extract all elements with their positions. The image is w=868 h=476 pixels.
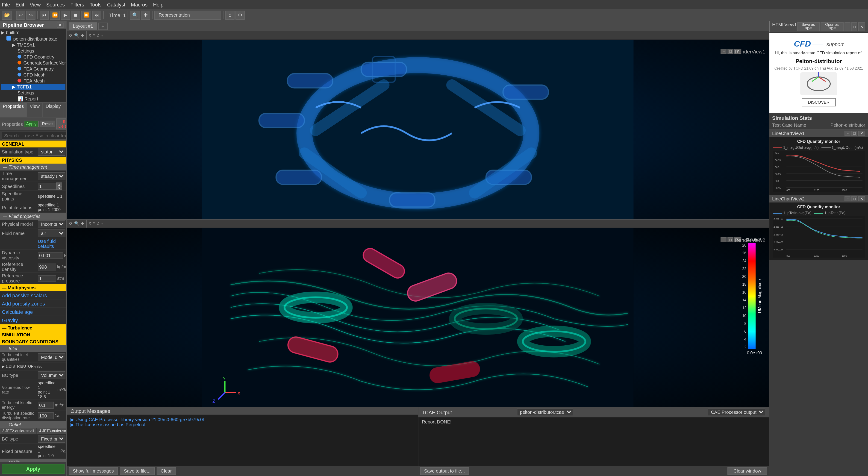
tke-input[interactable]	[38, 402, 54, 409]
tab-view[interactable]: View	[27, 103, 43, 117]
zoom-btn[interactable]: 🔍	[130, 10, 140, 20]
tree-tmesh[interactable]: ▶ TMESh1	[1, 42, 65, 48]
html-min-btn[interactable]: −	[845, 22, 850, 31]
tree-cfd-mesh[interactable]: CFD Mesh	[1, 72, 65, 78]
menu-filters[interactable]: Filters	[70, 2, 84, 7]
tcae-file-select[interactable]: pelton-distributor.tcae	[517, 408, 573, 416]
tab-properties[interactable]: Properties	[0, 103, 27, 117]
tab-information[interactable]: Information	[64, 103, 66, 117]
menu-edit[interactable]: Edit	[16, 2, 24, 7]
undo-btn[interactable]: ↩	[16, 10, 25, 20]
rv2-x-btn[interactable]: X	[88, 221, 92, 226]
tree-quantities[interactable]: Quantities	[1, 102, 65, 102]
lc1-max-btn[interactable]: □	[851, 131, 858, 136]
clear-window-btn[interactable]: Clear window	[727, 467, 767, 475]
settings-btn[interactable]: ⚙	[236, 10, 245, 20]
physical-model-select[interactable]: Incompressible	[38, 220, 65, 228]
speedlines-input[interactable]	[38, 183, 56, 190]
stop-btn[interactable]: ⏹	[71, 10, 80, 20]
html-open-pdf-btn[interactable]: Open as PDF	[820, 22, 844, 31]
simulation-type-select[interactable]: stator	[38, 148, 65, 156]
tree-settings2[interactable]: Settings	[1, 90, 65, 96]
menu-macros[interactable]: Macros	[131, 2, 148, 7]
bc-tab-jet2[interactable]: 3.JET2-outlet-small	[0, 428, 36, 434]
fluid-name-select[interactable]: air	[38, 229, 65, 237]
output-msg-2[interactable]: ▶ The license is issued as Perpetual	[70, 422, 414, 427]
layout-tab-1[interactable]: Layout #1	[69, 22, 97, 30]
redo-btn[interactable]: ↪	[26, 10, 35, 20]
output-msg-1[interactable]: ▶ Using CAE Processor library version 21…	[70, 417, 414, 422]
rv1-reset-btn[interactable]: ⟳	[69, 33, 73, 37]
lc1-close-btn[interactable]: ✕	[858, 131, 865, 136]
rv2-max-btn[interactable]: □	[727, 237, 734, 242]
passive-scalars-link[interactable]: Add passive scalars	[0, 292, 66, 298]
rv2-reset-btn[interactable]: ⟳	[69, 221, 73, 226]
tree-tcfd1[interactable]: ▶ TCFD1	[1, 84, 65, 90]
speedlines-down-btn[interactable]: ▼	[56, 186, 62, 190]
tcae-processor-select[interactable]: CAE Processor output	[708, 408, 765, 416]
add-layout-btn[interactable]: +	[98, 22, 108, 30]
apply-button[interactable]: Apply	[2, 464, 64, 474]
rv1-home-btn[interactable]: ⌂	[100, 33, 104, 37]
lc2-max-btn[interactable]: □	[851, 196, 858, 201]
lc2-close-btn[interactable]: ✕	[858, 196, 865, 201]
use-fluid-defaults-link[interactable]: Use fluid defaults	[37, 238, 66, 249]
tree-builtin[interactable]: ▶ builtin:	[1, 30, 65, 35]
distributor-tab[interactable]: ▶ 1.DISTRIBUTOR-inlet	[0, 364, 43, 369]
html-close-btn[interactable]: ✕	[858, 22, 865, 31]
tree-gen-normals[interactable]: GenerateSurfaceNormals2	[1, 60, 65, 66]
rv1-max-btn[interactable]: □	[727, 49, 734, 54]
reset-btn[interactable]: Reset	[40, 121, 55, 127]
pipeline-close-btn[interactable]: ✕	[57, 22, 64, 27]
render-view-2-viz[interactable]: X Y Z 3.0e+01 28 26 24	[67, 228, 769, 407]
html-save-pdf-btn[interactable]: Save as PDF	[797, 22, 819, 31]
tree-pelton[interactable]: pelton-distributor.tcae	[1, 35, 65, 42]
time-management-select[interactable]: steady state	[38, 172, 65, 180]
first-frame-btn[interactable]: ⏮	[40, 10, 49, 20]
prop-search-input[interactable]	[2, 132, 66, 139]
outlet-bc-type-select[interactable]: Fixed pressure	[38, 435, 65, 443]
apply-small-btn[interactable]: Apply	[24, 121, 39, 127]
show-full-messages-btn[interactable]: Show full messages	[69, 467, 118, 475]
calculate-age-link[interactable]: Calculate age	[0, 309, 66, 315]
bc-type-select[interactable]: Volumetric flow rate	[38, 371, 65, 379]
html-max-btn[interactable]: □	[851, 22, 858, 31]
menu-sources[interactable]: Sources	[46, 2, 65, 7]
save-to-file-btn[interactable]: Save to file...	[120, 467, 155, 475]
lc1-min-btn[interactable]: −	[845, 131, 850, 136]
speedlines-up-btn[interactable]: ▲	[56, 183, 62, 186]
tree-fea-mesh[interactable]: FEA Mesh	[1, 78, 65, 84]
lc2-min-btn[interactable]: −	[845, 196, 850, 201]
tree-fea-geo[interactable]: FEA Geometry	[1, 66, 65, 72]
menu-catalyst[interactable]: Catalyst	[107, 2, 125, 7]
select-btn[interactable]: ✚	[141, 10, 150, 20]
menu-tools[interactable]: Tools	[90, 2, 101, 7]
rv1-y-btn[interactable]: Y	[92, 33, 96, 37]
rv1-min-btn[interactable]: −	[721, 49, 726, 54]
reset-camera-btn[interactable]: ⌂	[225, 10, 235, 20]
reference-density-input[interactable]	[38, 263, 56, 270]
render-view-1-viz[interactable]: RenderView1 − □ ✕	[67, 40, 769, 220]
tsd-input[interactable]	[38, 412, 54, 419]
bc-tab-jet3[interactable]: 4.JET3-outlet-small	[37, 428, 66, 434]
menu-file[interactable]: File	[2, 2, 10, 7]
rv2-home-btn[interactable]: ⌂	[100, 221, 104, 226]
rv2-z-btn[interactable]: Z	[96, 221, 100, 226]
menu-view[interactable]: View	[30, 2, 40, 7]
next-frame-btn[interactable]: ⏩	[81, 10, 91, 20]
menu-help[interactable]: Help	[153, 2, 163, 7]
clear-output-btn[interactable]: Clear	[156, 467, 176, 475]
reference-pressure-input[interactable]	[38, 275, 56, 282]
tree-cfd-geo[interactable]: CFD Geometry	[1, 54, 65, 60]
open-btn[interactable]: 📂	[2, 10, 12, 20]
porosity-zones-link[interactable]: Add porosity zones	[0, 300, 66, 307]
rv2-y-btn[interactable]: Y	[92, 221, 96, 226]
save-output-btn[interactable]: Save output to file...	[420, 467, 469, 475]
turbulent-inlet-select[interactable]: Model quantities	[38, 353, 65, 361]
tree-settings1[interactable]: Settings	[1, 48, 65, 54]
rv1-x-btn[interactable]: X	[88, 33, 92, 37]
representation-input[interactable]	[154, 10, 221, 20]
gravity-link[interactable]: Gravity	[0, 317, 66, 323]
prev-frame-btn[interactable]: ⏪	[50, 10, 60, 20]
delete-btn[interactable]: 🗑 Delete	[56, 119, 66, 129]
